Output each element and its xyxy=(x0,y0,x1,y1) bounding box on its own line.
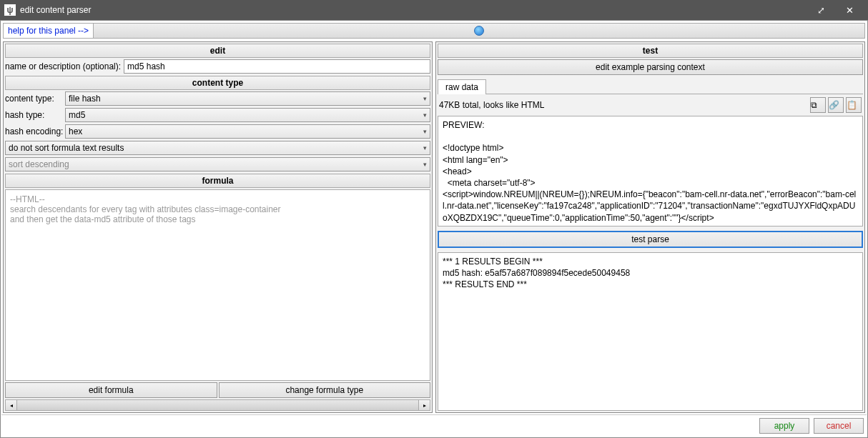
chevron-down-icon: ▾ xyxy=(423,111,427,119)
content-type-select[interactable]: file hash ▾ xyxy=(65,91,430,106)
edit-panel: edit name or description (optional): con… xyxy=(3,41,433,413)
sort-option-select[interactable]: do not sort formula text results ▾ xyxy=(5,141,430,155)
hash-encoding-value: hex xyxy=(69,126,82,136)
name-input[interactable] xyxy=(124,59,430,74)
help-bar[interactable] xyxy=(94,24,864,38)
copy-icon: ⧉ xyxy=(811,100,825,110)
cancel-button[interactable]: cancel xyxy=(814,418,864,434)
test-panel: test edit example parsing context raw da… xyxy=(435,41,865,413)
edit-formula-button[interactable]: edit formula xyxy=(5,382,217,398)
scroll-track[interactable] xyxy=(17,400,418,410)
scroll-left-icon[interactable]: ◂ xyxy=(6,400,17,410)
name-label: name or description (optional): xyxy=(5,61,121,71)
scroll-right-icon[interactable]: ▸ xyxy=(418,400,430,410)
hash-encoding-select[interactable]: hex ▾ xyxy=(65,124,430,139)
title-bar: ψ edit content parser ⤢ ✕ xyxy=(0,0,868,20)
apply-button[interactable]: apply xyxy=(759,418,809,434)
tab-row: raw data xyxy=(438,79,863,94)
window-title: edit content parser xyxy=(20,5,91,15)
help-row: help for this panel --> xyxy=(3,23,865,39)
test-section-title: test xyxy=(438,44,863,58)
tab-raw-data[interactable]: raw data xyxy=(438,79,486,94)
formula-display: --HTML-- search descendants for every ta… xyxy=(5,189,430,381)
scroll-thumb[interactable] xyxy=(17,400,418,410)
close-button[interactable]: ✕ xyxy=(835,0,864,20)
link-button[interactable]: 🔗 xyxy=(828,97,844,113)
paste-button[interactable]: 📋 xyxy=(846,97,862,113)
help-link[interactable]: help for this panel --> xyxy=(4,24,94,38)
chevron-down-icon: ▾ xyxy=(423,128,427,135)
paste-icon: 📋 xyxy=(847,100,861,110)
sort-direction-select: sort descending ▾ xyxy=(5,157,430,171)
help-icon xyxy=(474,26,484,36)
edit-section-title: edit xyxy=(5,44,430,58)
hash-type-select[interactable]: md5 ▾ xyxy=(65,108,430,122)
footer: apply cancel xyxy=(1,414,867,437)
hash-type-value: md5 xyxy=(69,110,85,120)
link-icon: 🔗 xyxy=(829,100,843,110)
sort-option-value: do not sort formula text results xyxy=(9,143,124,153)
content-type-label: content type: xyxy=(5,94,62,104)
copy-button[interactable]: ⧉ xyxy=(810,97,826,113)
chevron-down-icon: ▾ xyxy=(423,95,427,102)
chevron-down-icon: ▾ xyxy=(423,144,427,151)
hash-encoding-label: hash encoding: xyxy=(5,126,62,136)
results-textarea[interactable]: *** 1 RESULTS BEGIN *** md5 hash: e5af57… xyxy=(438,252,863,411)
horizontal-scrollbar[interactable]: ◂ ▸ xyxy=(5,399,430,411)
test-parse-button[interactable]: test parse xyxy=(438,231,863,248)
edit-example-context-button[interactable]: edit example parsing context xyxy=(438,59,863,75)
hash-type-label: hash type: xyxy=(5,110,62,120)
preview-textarea[interactable]: PREVIEW: <!doctype html> <html lang="en"… xyxy=(438,116,863,227)
formula-section-title: formula xyxy=(5,174,430,188)
sort-direction-value: sort descending xyxy=(9,159,69,169)
maximize-button[interactable]: ⤢ xyxy=(807,0,835,20)
chevron-down-icon: ▾ xyxy=(423,161,427,168)
data-info-line: 47KB total, looks like HTML xyxy=(439,100,808,110)
content-type-section-title: content type xyxy=(5,76,430,90)
content-type-value: file hash xyxy=(69,94,101,104)
app-icon: ψ xyxy=(4,4,16,16)
change-formula-type-button[interactable]: change formula type xyxy=(219,382,431,398)
